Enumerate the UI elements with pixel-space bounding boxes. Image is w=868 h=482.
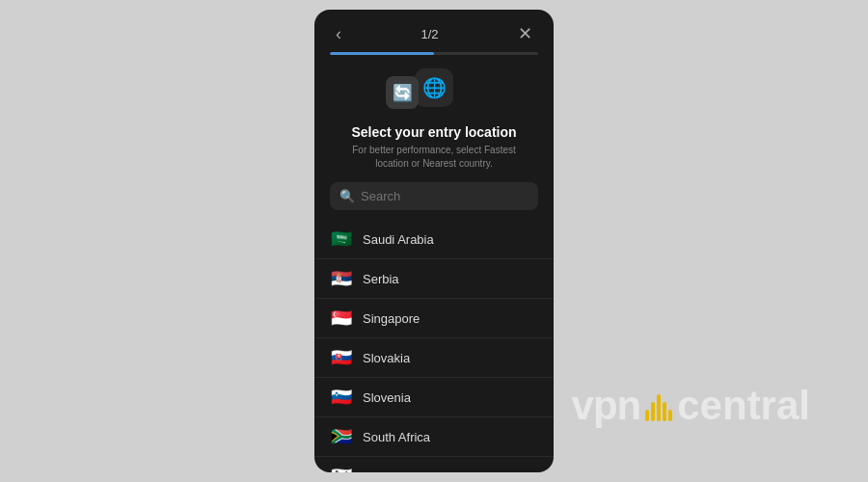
- brand-area: vpn central: [572, 383, 810, 429]
- country-list: 🇸🇦Saudi Arabia🇷🇸Serbia🇸🇬Singapore🇸🇰Slova…: [314, 220, 554, 472]
- signal-bar-5: [668, 410, 672, 421]
- signal-bar-1: [645, 410, 649, 421]
- list-item[interactable]: 🇰🇷South Korea: [314, 457, 554, 472]
- signal-bar-2: [651, 402, 655, 421]
- list-item[interactable]: 🇸🇦Saudi Arabia: [314, 220, 554, 259]
- flag-icon: 🇸🇦: [330, 228, 353, 250]
- country-name: South Africa: [363, 430, 430, 444]
- globe-bg-icon: 🌐: [415, 68, 453, 107]
- brand-vpn-text: vpn: [572, 383, 641, 429]
- country-name: Singapore: [363, 311, 420, 326]
- page-indicator: 1/2: [420, 27, 438, 41]
- swap-icon: 🔄: [386, 76, 419, 109]
- flag-icon: 🇸🇮: [330, 387, 353, 408]
- list-item[interactable]: 🇸🇬Singapore: [314, 299, 554, 338]
- header: ‹ 1/2 ✕: [314, 10, 554, 52]
- icon-area: 🌐 🔄: [314, 68, 554, 117]
- country-name: Saudi Arabia: [363, 232, 434, 247]
- country-name: Slovakia: [363, 351, 410, 365]
- signal-icon: [645, 390, 672, 421]
- list-item[interactable]: 🇿🇦South Africa: [314, 417, 554, 457]
- country-name: South Korea: [363, 469, 432, 473]
- phone-container: ‹ 1/2 ✕ 🌐 🔄 Select your entry location F…: [314, 10, 554, 472]
- flag-icon: 🇰🇷: [330, 466, 353, 472]
- flag-icon: 🇸🇬: [330, 308, 353, 329]
- progress-bar: [330, 52, 538, 55]
- progress-bar-fill: [330, 52, 434, 55]
- close-button[interactable]: ✕: [512, 21, 538, 46]
- country-name: Slovenia: [363, 390, 411, 405]
- brand-central-text: central: [677, 383, 810, 429]
- back-button[interactable]: ‹: [330, 22, 347, 46]
- list-item[interactable]: 🇷🇸Serbia: [314, 259, 554, 299]
- flag-icon: 🇿🇦: [330, 426, 353, 447]
- page-subtitle: For better performance, select Fastest l…: [314, 144, 554, 171]
- page-title: Select your entry location: [314, 124, 554, 140]
- list-item[interactable]: 🇸🇮Slovenia: [314, 378, 554, 417]
- search-bar: 🔍: [330, 182, 538, 210]
- flag-icon: 🇸🇰: [330, 347, 353, 368]
- signal-bar-4: [663, 402, 666, 421]
- search-icon: 🔍: [339, 189, 355, 203]
- list-item[interactable]: 🇸🇰Slovakia: [314, 338, 554, 378]
- signal-bar-3: [657, 394, 661, 421]
- country-name: Serbia: [363, 272, 399, 286]
- search-input[interactable]: [361, 189, 529, 203]
- flag-icon: 🇷🇸: [330, 268, 353, 289]
